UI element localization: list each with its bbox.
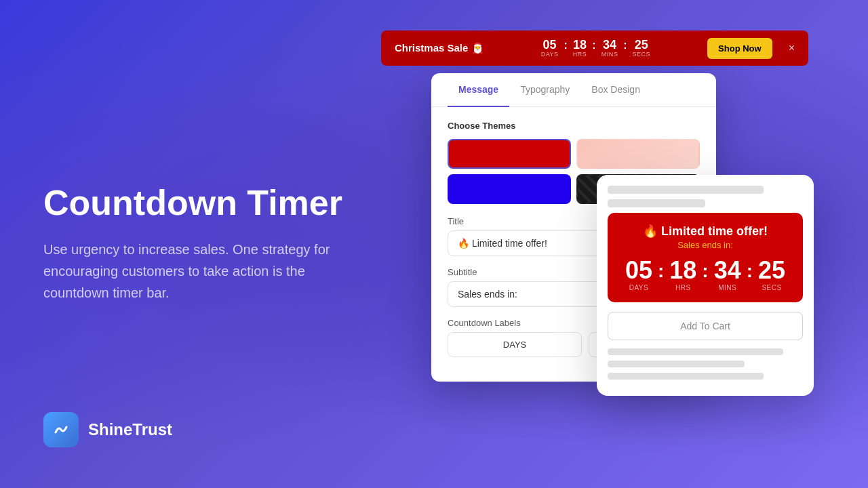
product-card: 🔥 Limited time offer! Sales ends in: 05 … — [597, 175, 814, 396]
banner-mins-unit: 34 MINS — [601, 39, 618, 58]
cw-mins-num: 34 — [714, 258, 741, 283]
cw-colon-3: : — [747, 260, 753, 282]
cw-subtitle: Sales ends in: — [618, 240, 792, 250]
brand: ShineTrust — [43, 412, 172, 447]
product-card-skeleton-bottom — [597, 348, 814, 396]
banner-hrs-unit: 18 HRS — [573, 39, 587, 58]
banner-secs-num: 25 — [635, 39, 648, 51]
left-content: Countdown Timer Use urgency to increase … — [43, 184, 355, 304]
banner-secs-label: SECS — [633, 51, 651, 58]
banner-title: Christmas Sale 🎅 — [395, 42, 484, 54]
tab-typography[interactable]: Typography — [509, 73, 580, 107]
tabs: Message Typography Box Design — [431, 73, 716, 107]
cw-title: 🔥 Limited time offer! — [618, 224, 792, 239]
shop-now-button[interactable]: Shop Now — [707, 38, 772, 59]
cw-mins-unit: 34 MINS — [714, 258, 741, 291]
banner-days-unit: 05 DAYS — [541, 39, 559, 58]
banner-mins-num: 34 — [603, 39, 616, 51]
skeleton-sm-1 — [608, 348, 783, 355]
banner-secs-unit: 25 SECS — [633, 39, 651, 58]
cw-colon-2: : — [702, 260, 708, 282]
brand-logo — [43, 412, 79, 447]
theme-swatch-blue[interactable] — [448, 174, 571, 204]
cw-secs-unit: 25 SECS — [758, 258, 785, 291]
banner-hrs-num: 18 — [573, 39, 587, 51]
cw-hrs-num: 18 — [669, 258, 696, 283]
tab-message[interactable]: Message — [448, 73, 509, 107]
add-to-cart-button[interactable]: Add To Cart — [608, 312, 803, 340]
theme-swatch-red[interactable] — [448, 139, 571, 169]
top-banner: Christmas Sale 🎅 05 DAYS : 18 HRS : 34 M… — [381, 30, 808, 66]
banner-hrs-label: HRS — [573, 51, 587, 58]
banner-close-icon[interactable]: × — [789, 42, 795, 54]
cw-mins-label: MINS — [718, 284, 736, 291]
banner-colon-3: : — [623, 39, 627, 52]
countdown-widget: 🔥 Limited time offer! Sales ends in: 05 … — [608, 213, 803, 302]
cw-hrs-unit: 18 HRS — [669, 258, 696, 291]
banner-timer: 05 DAYS : 18 HRS : 34 MINS : 25 SECS — [541, 39, 650, 58]
tab-box-design[interactable]: Box Design — [580, 73, 651, 107]
themes-label: Choose Themes — [448, 121, 700, 131]
banner-mins-label: MINS — [601, 51, 618, 58]
page-description: Use urgency to increase sales. One strat… — [43, 239, 355, 304]
product-card-skeleton-top — [597, 175, 814, 207]
cw-days-num: 05 — [625, 258, 652, 283]
cw-colon-1: : — [658, 260, 664, 282]
banner-colon-2: : — [592, 39, 595, 52]
banner-days-num: 05 — [543, 39, 557, 51]
page-title: Countdown Timer — [43, 184, 355, 222]
skeleton-sm-3 — [608, 373, 764, 380]
cw-days-label: DAYS — [629, 284, 649, 291]
banner-left: Christmas Sale 🎅 — [395, 42, 484, 54]
banner-colon-1: : — [564, 39, 568, 52]
cw-hrs-label: HRS — [675, 284, 691, 291]
skeleton-sm-2 — [608, 361, 745, 367]
cw-secs-label: SECS — [762, 284, 781, 291]
skeleton-bar-2 — [608, 199, 705, 207]
skeleton-bar-1 — [608, 186, 764, 194]
theme-swatch-pink[interactable] — [576, 139, 700, 169]
banner-right: Shop Now × — [707, 38, 795, 59]
cw-timer: 05 DAYS : 18 HRS : 34 MINS : 25 SECS — [618, 258, 792, 291]
banner-days-label: DAYS — [541, 51, 559, 58]
cw-days-unit: 05 DAYS — [625, 258, 652, 291]
cw-secs-num: 25 — [758, 258, 785, 283]
label-days-input[interactable] — [448, 332, 582, 357]
brand-name: ShineTrust — [88, 420, 172, 439]
